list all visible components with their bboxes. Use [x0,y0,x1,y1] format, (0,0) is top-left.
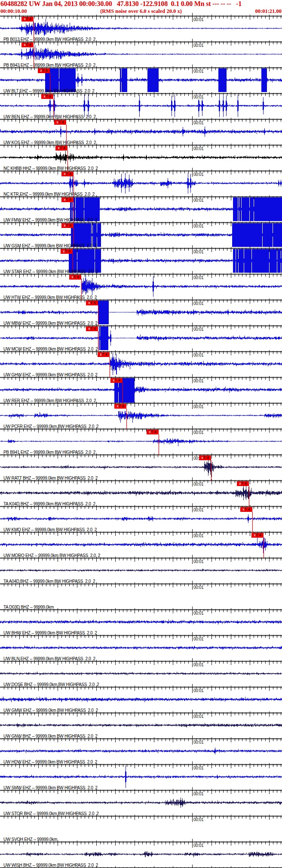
pick-flag-uw-htw-ehz[interactable]: xT 4 [69,275,81,280]
trace-label-uw-kos-ehz: UW KOS EHZ -- 99999.0km BW HIGHPASS 2.0 … [3,140,96,145]
pick-flag-nc-ktr-ehz[interactable]: xT 4 [61,172,74,176]
minute-label: 00:01 [193,560,204,564]
trace-label-uw-stor-bhz: UW STOR BHZ -- 99999.0km BW HIGHPASS 2.0… [3,811,99,816]
waveform-nc-khbb-hhz [0,151,282,164]
pick-flag-uw-rer-ehz[interactable]: xT 4 [110,378,123,383]
waveform-uw-gnw-bhz [0,723,282,728]
pick-flag-phase: T 4 [203,456,209,460]
trace-label-uw-bhw-ehz: UW BHW EHZ -- 99999.0km BW HIGHPASS 2.0 … [3,631,97,635]
waveform-uw-htw-ehz [0,275,282,297]
trace-label-uw-blt-ehz: UW BLT EHZ -- 99999.0km BW HIGHPASS 2.0 … [3,89,95,93]
pick-flag-phase: T 4 [74,275,79,279]
pick-flag-uw-gsm-ehz[interactable]: xT 4 [61,223,74,228]
minute-label: 00:01 [193,147,204,151]
waveform-ta-a04d-bhz [0,569,282,572]
waveform-uw-dose-bhz [0,672,282,676]
pick-flag-phase: T 4 [115,378,120,382]
pick-flag-uw-fmw-ehz[interactable]: xT 4 [61,197,74,202]
trace-label-uw-star-ehz: UW STAR EHZ -- 99999.0km BW HIGHPASS 2.0… [3,269,98,274]
waveform-uw-kos-ehz [0,126,282,137]
trace-label-uw-rer-ehz: UW RER EHZ -- 99999.0km BW HIGHPASS 2.0 … [3,398,96,403]
trace-label-uw-dose-bhz: UW DOSE BHZ -- 99999.0km BW HIGHPASS 2.0… [3,682,99,687]
pick-flag-phase: T 4 [66,172,71,176]
waveform-ta-k04d-bhz [0,486,282,500]
trace-label-pb-b943-ehz: PB B943 EHZ -- 99999.0km BW HIGHPASS 2.0… [3,63,95,68]
pick-flag-uw-kos-ehz[interactable]: xT 4 [54,120,66,125]
pick-flag-phase: T 4 [58,120,64,124]
trace-label-uw-gnw-bhz: UW GNW BHZ -- 99999.0km BW HIGHPASS 2.0 … [3,734,98,739]
pick-flag-phase: T 4 [241,481,247,486]
minute-label: 00:01 [193,250,204,254]
pick-flag-phase: T 4 [42,68,48,73]
pick-flag-nc-khbb-hhz[interactable]: xT 4 [55,146,67,151]
waveform-uw-hdw-ehz [0,748,282,754]
waveform-pb-b941-ehz [0,438,282,446]
minute-label: 00:01 [193,95,204,99]
minute-label: 00:01 [193,327,204,332]
trace-label-uw-mcw-ehz: UW MCW EHZ -- 99999.0km BW HIGHPASS 2.0 … [3,347,98,351]
minute-label: 00:01 [193,18,204,22]
pick-flag-uw-ratt-bhz[interactable]: xT 4 [199,456,211,460]
waveform-uw-pcfr-ehz [0,411,282,423]
trace-label-ta-a04d-bhz: TA A04D BHZ -- 99999.0km BW HIGHPASS 2.0… [3,579,95,584]
minute-label: 00:01 [193,843,204,848]
waveform-uw-ghw-ehz [0,353,282,375]
pick-flag-uw-kmo-ehz[interactable]: xT 4 [240,507,252,512]
trace-label-uw-ghw-ehz: UW GHW EHZ -- 99999.0km BW HIGHPASS 2.0 … [3,372,98,377]
minute-label: 00:01 [193,43,204,48]
trace-label-uw-wish-bhz: UW WISH BHZ -- 99999.0km BW HIGHPASS 2.0… [3,863,98,868]
pick-flag-uw-moro-ehz[interactable]: xT 4 [251,533,264,538]
trace-label-uw-moro-ehz: UW MORO EHZ -- 99999.0km BW HIGHPASS 2.0… [3,553,100,558]
pick-flag-uw-blt-ehz[interactable]: xT 4 [38,68,50,73]
minute-label: 00:01 [193,121,204,125]
seismic-waveform-viewer: 60488282 UW Jan 04, 2013 00:00:30.00 47.… [0,0,282,868]
minute-label: 00:01 [193,69,204,74]
pick-flag-uw-star-ehz[interactable]: xT 4 [61,249,73,254]
trace-label-uw-ratt-bhz: UW RATT BHZ -- 99999.0km BW HIGHPASS 2.0… [3,476,98,480]
waveform-uw-moro-ehz [0,536,282,553]
waveform-uw-kmo-ehz [0,514,282,523]
trace-label-uw-bln-ehz: UW BLN EHZ -- 99999.0km BW HIGHPASS 2.0 … [3,656,95,661]
pick-flag-ta-k04d-bhz[interactable]: xT 4 [237,481,249,486]
trace-label-uw-hdw-ehz: UW HDW EHZ -- 99999.0km BW HIGHPASS 2.0 … [3,760,97,764]
minute-label: 00:01 [193,637,204,641]
pick-flag-uw-mbw-ehz[interactable]: xT 4 [86,301,98,305]
trace-label-uw-mbw-ehz: UW MBW EHZ -- 99999.0km BW HIGHPASS 2.0 … [3,321,98,326]
pick-flag-pb-b943-ehz[interactable]: xT 4 [21,43,34,47]
minute-label: 00:01 [193,689,204,693]
trace-label-uw-svoh-ehz: UW SVOH EHZ -- 99999.0km [3,837,57,842]
trace-label-uw-fmw-ehz: UW FMW EHZ -- 99999.0km BW HIGHPASS 2.0 … [3,218,97,222]
pick-flag-uw-ben-ehz[interactable]: xT 4 [41,94,53,99]
waveform-uw-gmw-ehz [0,696,282,702]
trace-label-uw-gsm-ehz: UW GSM EHZ -- 99999.0km BW HIGHPASS 2.0 … [3,243,97,248]
pick-flag-uw-pcfr-ehz[interactable]: xT 4 [114,404,126,409]
trace-label-uw-ben-ehz: UW BEN EHZ -- 99999.0km BW HIGHPASS 2.0 … [3,114,96,119]
pick-flag-pb-b013-ehz[interactable]: xT 4 [21,17,34,22]
pick-flag-phase: T 4 [46,94,51,98]
minute-label: 00:01 [193,302,204,306]
minute-label: 00:01 [193,508,204,512]
waveform-uw-wish-bhz [0,851,282,857]
trace-label-ta-d03d-bhz: TA D03D BHZ -- 99999.0km [3,605,54,609]
pick-flag-phase: T 4 [66,197,71,202]
minute-label: 00:01 [193,766,204,770]
minute-label: 00:01 [193,353,204,357]
minute-label: 00:01 [193,431,204,435]
minute-label: 00:01 [193,534,204,538]
trace-label-pb-b013-ehz: PB B013 EHZ -- 99999.0km BW HIGHPASS 2.0… [3,37,95,42]
pick-flag-uw-mcw-ehz[interactable]: xT 4 [86,326,98,331]
pick-flag-pb-b941-ehz[interactable]: xT 4 [147,430,159,434]
waveform-uw-smw-ehz [0,766,282,788]
pick-flag-uw-ghw-ehz[interactable]: xT 4 [98,352,110,357]
waveform-uw-bhw-ehz [0,619,282,625]
trace-label-pb-b941-ehz: PB B941 EHZ -- 99999.0km BW HIGHPASS 2.0… [3,450,95,455]
minute-label: 00:01 [193,714,204,719]
pick-flag-phase: T 4 [102,352,107,357]
pick-flag-phase: T 4 [65,249,70,253]
waveform-pb-b943-ehz [0,45,282,61]
pick-flag-phase: T 4 [66,223,71,228]
minute-label: 00:01 [193,405,204,409]
minute-label: 00:01 [193,224,204,228]
minute-label: 00:01 [193,611,204,616]
minute-label: 00:01 [193,172,204,177]
